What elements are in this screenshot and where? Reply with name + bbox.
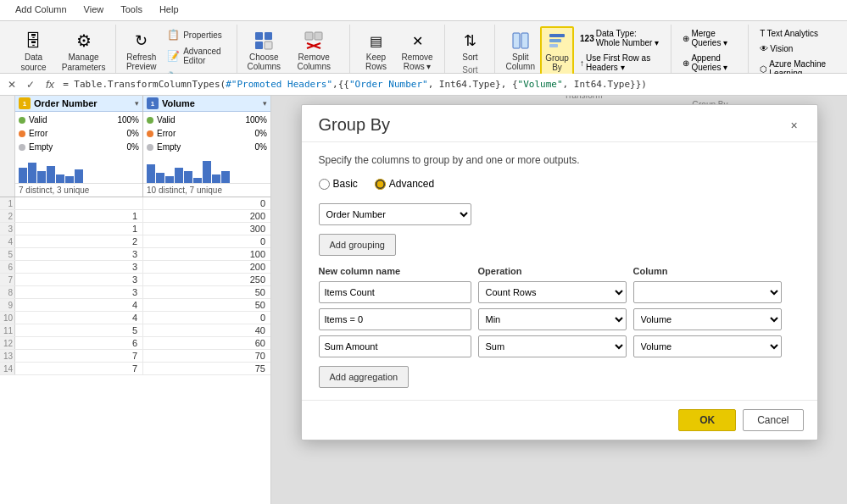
ribbon-group-reduce-rows: ▤ KeepRows ▾ ✕ RemoveRows ▾ Reduce Rows [350, 25, 445, 73]
ribbon-group-manage-columns: ChooseColumns ▾ Remove Columns Manage Co… [237, 25, 350, 73]
ribbon-group-transform: SplitColumn ▾ GroupBy 123 Data Type: Who… [495, 25, 671, 73]
group-by-button[interactable]: GroupBy [540, 26, 574, 75]
table-row: 9 4 50 [0, 299, 270, 312]
merge-queries-button[interactable]: ⊕ Merge Queries ▾ [678, 26, 741, 50]
agg-name-input-1[interactable] [319, 281, 471, 303]
tab-tools[interactable]: Tools [112, 0, 151, 20]
groupby-dropdown[interactable]: Order Number Volume [319, 203, 471, 225]
agg-name-input-2[interactable] [319, 308, 471, 330]
svg-rect-4 [305, 32, 313, 40]
row-number: 4 [0, 235, 15, 247]
sort-button[interactable]: ⇅ Sort [452, 26, 488, 64]
ribbon-group-sort: ⇅ Sort Sort [445, 25, 495, 73]
append-queries-button[interactable]: ⊕ Append Queries ▾ [678, 51, 741, 75]
ribbon-content: 🗄 Data sourcesettings ⚙ ManageParameters… [0, 21, 847, 74]
agg-name-input-3[interactable] [319, 335, 471, 357]
app-container: Add Column View Tools Help 🗄 Data source… [0, 0, 847, 504]
cell-volume: 0 [143, 235, 270, 247]
advanced-editor-button[interactable]: 📝 Advanced Editor [161, 44, 230, 68]
table-row: 12 6 60 [0, 337, 270, 350]
remove-columns-button[interactable]: Remove Columns [285, 26, 343, 74]
cell-volume: 200 [143, 261, 270, 273]
col-icon-order-number: 1 [19, 97, 31, 109]
mini-chart-order-number [15, 156, 142, 183]
row-number: 5 [0, 248, 15, 260]
properties-button[interactable]: 📋 Properties [161, 26, 230, 43]
row-number: 12 [0, 337, 15, 349]
tab-view[interactable]: View [75, 0, 113, 20]
row-number: 6 [0, 261, 15, 273]
svg-rect-5 [315, 32, 322, 40]
col-footer-order-number: 7 distinct, 3 unique [15, 183, 142, 197]
mini-chart-volume [143, 156, 270, 183]
radio-basic[interactable] [319, 179, 330, 190]
table-row: 4 2 0 [0, 235, 270, 248]
ribbon-group-ai-insights: T Text Analytics 👁 Vision ⬡ Azure Machin… [749, 25, 844, 73]
row-number: 8 [0, 286, 15, 298]
agg-header-name: New column name [319, 266, 471, 276]
cell-order: 3 [15, 286, 143, 298]
add-aggregation-button[interactable]: Add aggregation [319, 366, 410, 388]
cell-volume: 50 [143, 299, 270, 311]
agg-operation-select-3[interactable]: Count Rows Sum Min Max Average [478, 335, 627, 357]
cell-order: 5 [15, 324, 143, 336]
dialog-subtitle: Specify the columns to group by and one … [319, 154, 800, 166]
data-type-button[interactable]: 123 Data Type: Whole Number ▾ [576, 26, 664, 50]
formula-close-icon[interactable]: ✕ [5, 79, 19, 91]
agg-column-select-2[interactable]: Volume Order Number [633, 308, 782, 330]
agg-column-select-3[interactable]: Volume Order Number [633, 335, 782, 357]
radio-basic-label[interactable]: Basic [319, 178, 358, 190]
agg-header-column: Column [633, 266, 782, 276]
dialog-close-button[interactable]: × [785, 116, 804, 135]
agg-column-select-1[interactable] [633, 281, 782, 303]
table-row: 3 1 300 [0, 223, 270, 235]
radio-advanced[interactable] [375, 179, 386, 190]
main-area: 1 Order Number ▾ Valid 100% Error [0, 96, 847, 504]
cell-order: 3 [15, 248, 143, 260]
agg-row-3: Count Rows Sum Min Max Average Volume Or… [319, 335, 800, 357]
formula-text: = Table.TransformColumnTypes(#"Promoted … [63, 79, 842, 90]
ok-button[interactable]: OK [678, 409, 736, 431]
formula-bar: ✕ ✓ fx = Table.TransformColumnTypes(#"Pr… [0, 74, 847, 96]
cell-volume: 0 [143, 312, 270, 324]
svg-rect-3 [265, 42, 272, 49]
row-number: 13 [0, 350, 15, 362]
svg-rect-1 [265, 32, 272, 40]
use-first-row-button[interactable]: ↑ Use First Row as Headers ▾ [576, 51, 664, 75]
col-icon-volume: 1 [147, 97, 159, 109]
cell-volume: 0 [143, 197, 270, 209]
svg-rect-11 [549, 39, 561, 42]
svg-rect-8 [513, 33, 520, 48]
text-analytics-button[interactable]: T Text Analytics [755, 26, 837, 41]
table-row: 14 7 75 [0, 363, 270, 375]
cell-volume: 60 [143, 337, 270, 349]
cell-order: 1 [15, 210, 143, 222]
cell-order: 6 [15, 337, 143, 349]
col-footer-volume: 10 distinct, 7 unique [143, 183, 270, 197]
col-stats-volume: Valid 100% Error 0% Empty 0% [143, 112, 270, 156]
agg-operation-select-1[interactable]: Count Rows Sum Min Max Average [478, 281, 627, 303]
radio-advanced-label[interactable]: Advanced [375, 178, 434, 190]
cancel-button[interactable]: Cancel [743, 409, 803, 431]
ribbon-group-query: ↻ RefreshPreview ▾ 📋 Properties 📝 Advanc… [116, 25, 237, 73]
cell-volume: 40 [143, 324, 270, 336]
column-header-order-number: 1 Order Number ▾ Valid 100% Error [15, 96, 143, 197]
add-grouping-button[interactable]: Add grouping [319, 234, 396, 256]
agg-operation-select-2[interactable]: Count Rows Sum Min Max Average [478, 308, 627, 330]
row-number: 10 [0, 312, 15, 324]
vision-button[interactable]: 👁 Vision [755, 42, 837, 56]
svg-rect-2 [255, 42, 263, 49]
radio-group: Basic Advanced [319, 178, 800, 190]
tab-help[interactable]: Help [151, 0, 187, 20]
row-number: 14 [0, 363, 15, 374]
remove-rows-button[interactable]: ✕ RemoveRows ▾ [397, 26, 438, 74]
col-dropdown-order-number[interactable]: ▾ [135, 99, 139, 108]
tab-add-column[interactable]: Add Column [7, 0, 75, 20]
cell-order: 3 [15, 261, 143, 273]
column-header-volume: 1 Volume ▾ Valid 100% Error 0 [143, 96, 270, 197]
table-row: 1 0 [0, 197, 270, 210]
col-dropdown-volume[interactable]: ▾ [263, 99, 267, 108]
formula-check-icon[interactable]: ✓ [24, 79, 37, 91]
cell-volume: 100 [143, 248, 270, 260]
row-number: 3 [0, 223, 15, 235]
